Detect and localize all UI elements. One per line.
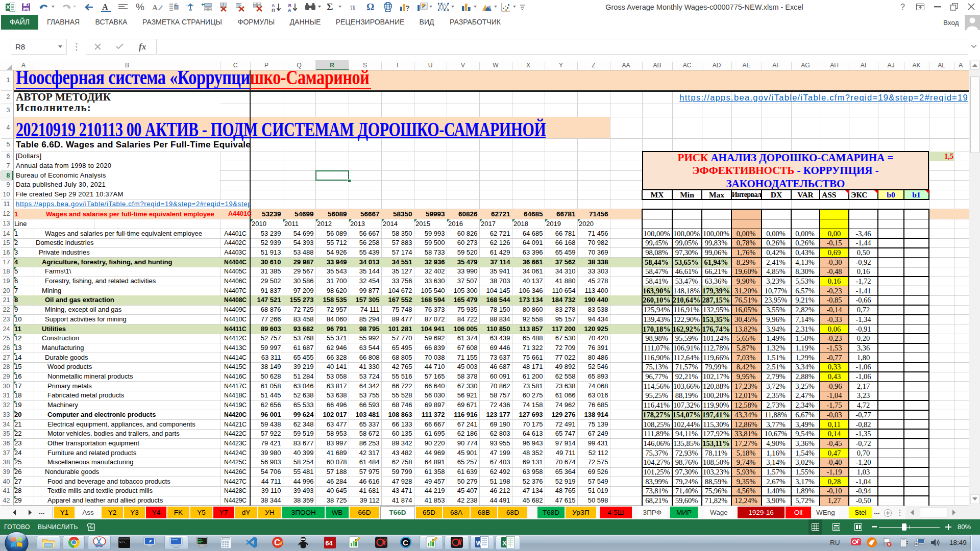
svg-text:?: ? (405, 4, 410, 12)
svg-text:C:\_: C:\_ (119, 540, 127, 544)
svg-text:X: X (6, 4, 10, 10)
svg-text:W: W (476, 539, 483, 547)
svg-text:u: u (186, 4, 187, 7)
svg-text:64: 64 (325, 540, 332, 547)
svg-text:X: X (502, 539, 507, 547)
svg-text:А: А (288, 8, 291, 12)
svg-text:Я: Я (272, 8, 275, 12)
svg-text:C: C (274, 538, 280, 547)
svg-text:C: C (403, 538, 408, 547)
